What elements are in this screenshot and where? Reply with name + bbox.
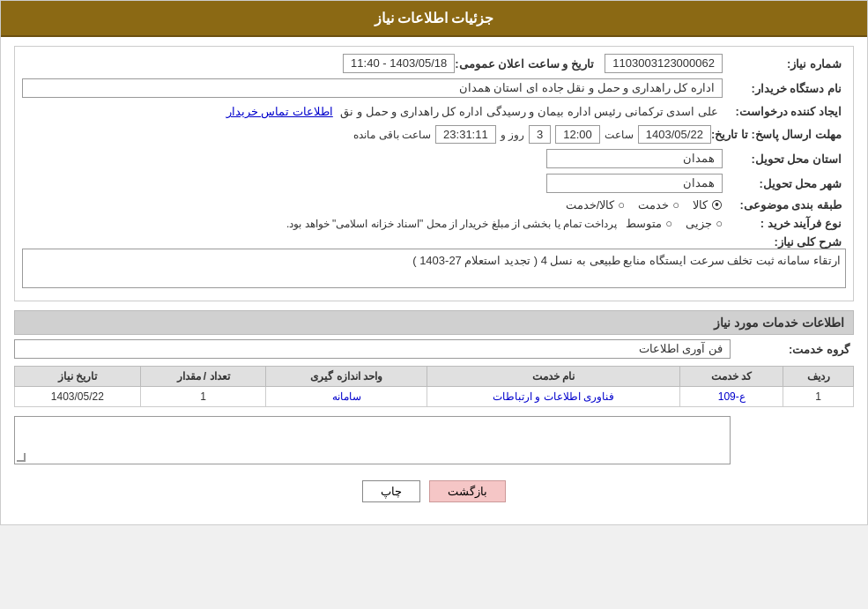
- province-value: همدان: [546, 149, 723, 168]
- services-table: ردیف کد خدمت نام خدمت واحد اندازه گیری ت…: [14, 366, 854, 407]
- radio-khedmat: ○: [672, 198, 679, 212]
- cell-code: ع-109: [680, 387, 783, 407]
- buyer-notes-label: [731, 416, 854, 420]
- city-value: همدان: [546, 174, 723, 193]
- category-radio-group: ⦿ کالا ○ خدمت ○ کالا/خدمت: [566, 198, 723, 212]
- buyer-notes-row: [14, 416, 854, 464]
- deadline-remaining: 23:31:11: [435, 125, 496, 144]
- creator-value: علی اسدی ترکمانی رئیس اداره بیمان و رسید…: [336, 103, 723, 120]
- resize-handle: [17, 453, 26, 462]
- header-title: جزئیات اطلاعات نیاز: [375, 11, 494, 26]
- col-header-date: تاریخ نیاز: [15, 367, 141, 387]
- deadline-time: 12:00: [555, 125, 600, 144]
- category-option-2[interactable]: ○ خدمت: [638, 198, 679, 212]
- back-button[interactable]: بازگشت: [429, 480, 506, 502]
- header-bar: جزئیات اطلاعات نیاز: [1, 1, 867, 37]
- cell-name: فناوری اطلاعات و ارتباطات: [427, 387, 680, 407]
- time-label: ساعت: [605, 129, 634, 141]
- creator-label: ایجاد کننده درخواست:: [723, 105, 846, 118]
- buyer-org-label: نام دستگاه خریدار:: [723, 82, 846, 95]
- cell-unit: سامانه: [266, 387, 427, 407]
- process-note: پرداخت تمام یا بخشی از مبلغ خریدار از مح…: [286, 218, 617, 230]
- province-row: استان محل تحویل: همدان: [22, 149, 846, 168]
- col-header-qty: تعداد / مقدار: [140, 367, 266, 387]
- deadline-date: 1403/05/22: [638, 125, 711, 144]
- process-radio-group: ○ جزیی ○ متوسط: [626, 217, 723, 230]
- cell-row: 1: [783, 387, 854, 407]
- kala-label: کالا: [693, 198, 708, 212]
- group-row: گروه خدمت: فن آوری اطلاعات: [14, 339, 854, 359]
- radio-kala-khedmat: ○: [618, 198, 625, 212]
- radio-jozii: ○: [716, 217, 723, 230]
- announce-date-label: تاریخ و ساعت اعلان عمومی:: [455, 57, 598, 71]
- process-row: نوع فرآیند خرید : ○ جزیی ○ متوسط پرداخت …: [22, 217, 846, 230]
- deadline-days: 3: [529, 125, 551, 144]
- cell-date: 1403/05/22: [15, 387, 141, 407]
- page-wrapper: جزئیات اطلاعات نیاز شماره نیاز: 11030031…: [0, 0, 868, 525]
- content-area: شماره نیاز: 1103003123000062 تاریخ و ساع…: [1, 37, 867, 524]
- city-label: شهر محل تحویل:: [723, 177, 846, 190]
- deadline-row: مهلت ارسال پاسخ: تا تاریخ: 1403/05/22 سا…: [22, 125, 846, 144]
- announce-date-value: 1403/05/18 - 11:40: [343, 54, 455, 73]
- order-number-value: 1103003123000062: [605, 54, 723, 73]
- services-table-section: ردیف کد خدمت نام خدمت واحد اندازه گیری ت…: [14, 366, 854, 407]
- khedmat-label: خدمت: [638, 198, 669, 212]
- buyer-notes-box: [14, 416, 731, 464]
- kala-khedmat-label: کالا/خدمت: [566, 198, 615, 212]
- category-row: طبقه بندی موضوعی: ⦿ کالا ○ خدمت ○ کالا/خ…: [22, 198, 846, 212]
- main-info-section: شماره نیاز: 1103003123000062 تاریخ و ساع…: [14, 46, 854, 301]
- city-row: شهر محل تحویل: همدان: [22, 174, 846, 193]
- bottom-buttons: بازگشت چاپ: [14, 470, 854, 516]
- remaining-label: ساعت باقی مانده: [353, 129, 431, 141]
- category-option-1[interactable]: ⦿ کالا: [693, 198, 723, 212]
- process-label: نوع فرآیند خرید :: [723, 217, 846, 230]
- category-label: طبقه بندی موضوعی:: [723, 198, 846, 212]
- creator-row: ایجاد کننده درخواست: علی اسدی ترکمانی رئ…: [22, 103, 846, 120]
- description-value: ارتقاء سامانه ثبت تخلف سرعت ایستگاه مناب…: [22, 249, 846, 288]
- creator-link[interactable]: اطلاعات تماس خریدار: [226, 105, 333, 118]
- order-number-label: شماره نیاز:: [723, 57, 846, 71]
- table-row: 1 ع-109 فناوری اطلاعات و ارتباطات سامانه…: [15, 387, 854, 407]
- radio-motavasset: ○: [665, 217, 672, 230]
- group-value: فن آوری اطلاعات: [14, 339, 731, 359]
- motavasset-label: متوسط: [626, 217, 662, 230]
- description-row: شرح کلی نیاز: ارتقاء سامانه ثبت تخلف سرع…: [22, 235, 846, 288]
- group-label: گروه خدمت:: [731, 343, 854, 356]
- province-label: استان محل تحویل:: [723, 152, 846, 166]
- services-section-title: اطلاعات خدمات مورد نیاز: [14, 310, 854, 335]
- col-header-name: نام خدمت: [427, 367, 680, 387]
- buyer-org-row: نام دستگاه خریدار: اداره کل راهداری و حم…: [22, 78, 846, 98]
- deadline-label: مهلت ارسال پاسخ: تا تاریخ:: [711, 128, 846, 141]
- description-label: شرح کلی نیاز:: [723, 235, 846, 249]
- category-option-3[interactable]: ○ کالا/خدمت: [566, 198, 625, 212]
- col-header-unit: واحد اندازه گیری: [266, 367, 427, 387]
- day-label: روز و: [501, 129, 524, 141]
- table-header-row: ردیف کد خدمت نام خدمت واحد اندازه گیری ت…: [15, 367, 854, 387]
- col-header-row: ردیف: [783, 367, 854, 387]
- cell-qty: 1: [140, 387, 266, 407]
- order-number-row: شماره نیاز: 1103003123000062 تاریخ و ساع…: [22, 54, 846, 73]
- col-header-code: کد خدمت: [680, 367, 783, 387]
- process-option-2[interactable]: ○ متوسط: [626, 217, 672, 230]
- radio-kala: ⦿: [711, 198, 723, 212]
- process-option-1[interactable]: ○ جزیی: [686, 217, 723, 230]
- print-button[interactable]: چاپ: [362, 480, 420, 502]
- jozii-label: جزیی: [686, 217, 712, 230]
- deadline-date-row: 1403/05/22 ساعت 12:00 3 روز و 23:31:11 س…: [353, 125, 710, 144]
- buyer-org-value: اداره کل راهداری و حمل و نقل جاده ای است…: [22, 78, 723, 98]
